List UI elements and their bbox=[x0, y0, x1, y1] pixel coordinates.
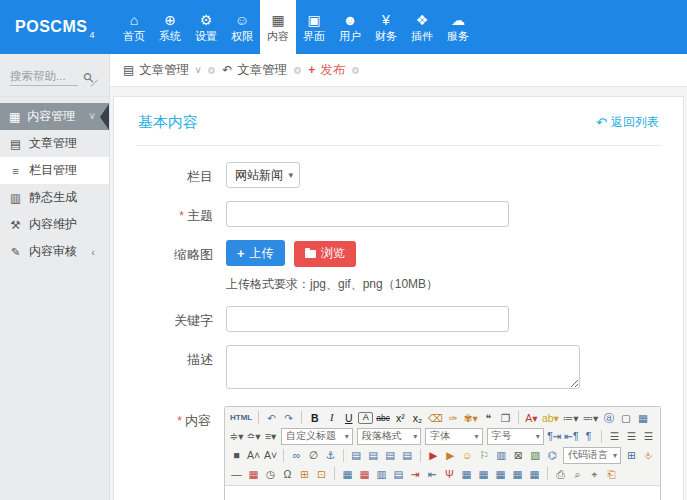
image-align-left-icon[interactable]: ▤ bbox=[349, 447, 364, 463]
direction-ltr-icon[interactable]: ¶⇥ bbox=[547, 428, 562, 444]
ordered-list-icon[interactable]: ≔▾ bbox=[562, 410, 580, 426]
subscript-icon[interactable]: x₂ bbox=[410, 410, 425, 426]
nav-item-interface[interactable]: ▣界面 bbox=[296, 0, 332, 54]
font-border-icon[interactable]: A bbox=[358, 412, 373, 424]
paste-plain-icon[interactable]: ❐ bbox=[498, 410, 513, 426]
insert-html-block-icon[interactable]: ▥ bbox=[494, 447, 509, 463]
paragraph-mark-icon[interactable]: ¶ bbox=[581, 428, 596, 444]
italic-icon[interactable]: I bbox=[324, 410, 339, 426]
insert-col-icon[interactable]: ⇤ bbox=[425, 466, 440, 482]
sidebar-item-content-review[interactable]: ✎内容审核‹ bbox=[0, 238, 109, 265]
delete-row-icon[interactable]: ▦ bbox=[510, 466, 525, 482]
find-replace-icon[interactable]: ⌖ bbox=[587, 466, 602, 482]
breadcrumb-root[interactable]: ▤ 文章管理 ˅ bbox=[123, 62, 201, 79]
nav-item-services[interactable]: ☁服务 bbox=[440, 0, 476, 54]
align-center-icon[interactable]: ☰ bbox=[624, 428, 639, 444]
breadcrumb-dot[interactable] bbox=[352, 67, 359, 74]
paragraph-format-select[interactable]: 段落格式▾ bbox=[357, 428, 422, 445]
insert-time-icon[interactable]: ◷ bbox=[263, 466, 278, 482]
delete-table-icon[interactable]: Ψ bbox=[442, 466, 457, 482]
merge-cells-icon[interactable]: ▤ bbox=[391, 466, 406, 482]
attachment-icon[interactable]: ⊠ bbox=[511, 447, 526, 463]
col-props-icon[interactable]: ▦ bbox=[476, 466, 491, 482]
source-code-icon[interactable]: HTML bbox=[229, 410, 253, 426]
media-icon[interactable]: ▶ bbox=[443, 447, 458, 463]
table-header-icon[interactable]: ▥ bbox=[374, 466, 389, 482]
new-page-icon[interactable]: ▢ bbox=[618, 410, 633, 426]
multi-image-icon[interactable]: ⊞ bbox=[297, 466, 312, 482]
print-icon[interactable]: ⎙ bbox=[553, 466, 568, 482]
justify-full-icon[interactable]: ■ bbox=[229, 447, 244, 463]
preview-icon[interactable]: ⌕ bbox=[570, 466, 585, 482]
emoticons-icon[interactable]: ☺ bbox=[460, 447, 475, 463]
line-height-icon[interactable]: ≏▾ bbox=[246, 428, 261, 444]
description-textarea[interactable] bbox=[226, 345, 580, 389]
table-icon[interactable]: ▦ bbox=[340, 466, 355, 482]
paste-icon[interactable]: ⎗ bbox=[604, 466, 619, 482]
font-color-icon[interactable]: A▾ bbox=[524, 410, 539, 426]
breadcrumb-back-tab[interactable]: ↶ 文章管理 bbox=[222, 62, 287, 79]
special-char-icon[interactable]: Ω bbox=[280, 466, 295, 482]
strikethrough-icon[interactable]: abc bbox=[375, 410, 391, 426]
bold-icon[interactable]: B bbox=[307, 410, 322, 426]
split-cells-icon[interactable]: ▦ bbox=[493, 466, 508, 482]
sidebar-search-input[interactable] bbox=[10, 67, 78, 86]
editor-content-area[interactable] bbox=[225, 486, 660, 500]
unordered-list-icon[interactable]: ≕▾ bbox=[582, 410, 600, 426]
unlink-icon[interactable]: ∅ bbox=[306, 447, 321, 463]
paint-format-icon[interactable]: ✾▾ bbox=[463, 410, 479, 426]
anchor-icon[interactable]: ⚓ bbox=[323, 447, 338, 463]
search-icon[interactable]: ⚲ bbox=[80, 69, 98, 87]
image-block-icon[interactable]: ▤ bbox=[400, 447, 415, 463]
logo[interactable]: POSCMS4 bbox=[0, 0, 110, 54]
image-align-center-icon[interactable]: ▤ bbox=[366, 447, 381, 463]
to-uppercase-icon[interactable]: A˄ bbox=[246, 447, 261, 463]
nav-item-settings[interactable]: ⚙设置 bbox=[188, 0, 224, 54]
category-select[interactable]: 网站新闻 ▾ bbox=[226, 162, 300, 188]
list-style-icon[interactable]: ≡▾ bbox=[263, 428, 278, 444]
format-brush-icon[interactable]: ✑ bbox=[446, 410, 461, 426]
image-icon[interactable]: ▧ bbox=[528, 447, 543, 463]
code-block-icon[interactable]: ⌬ bbox=[545, 447, 560, 463]
subject-input[interactable] bbox=[226, 201, 509, 227]
map-icon[interactable]: ⚐ bbox=[477, 447, 492, 463]
back-to-list-link[interactable]: ↶ 返回列表 bbox=[596, 114, 659, 131]
delete-col-icon[interactable]: ▦ bbox=[527, 466, 542, 482]
font-family-select[interactable]: 字体▾ bbox=[425, 428, 482, 445]
link-icon[interactable]: ∞ bbox=[289, 447, 304, 463]
direction-rtl-icon[interactable]: ⇤¶ bbox=[564, 428, 579, 444]
breadcrumb-dot[interactable] bbox=[294, 67, 301, 74]
word-paste-icon[interactable]: ⎀ bbox=[641, 447, 656, 463]
nav-item-home[interactable]: ⌂首页 bbox=[116, 0, 152, 54]
sidebar-item-category-manage[interactable]: ≡栏目管理 bbox=[0, 157, 109, 184]
nav-item-permissions[interactable]: ☺权限 bbox=[224, 0, 260, 54]
image-editor-icon[interactable]: ⊡ bbox=[314, 466, 329, 482]
custom-title-select[interactable]: 自定义标题▾ bbox=[281, 428, 353, 445]
keywords-input[interactable] bbox=[226, 306, 509, 332]
sidebar-item-article-manage[interactable]: ▤文章管理 bbox=[0, 130, 109, 157]
table-cell-props-icon[interactable]: ▦ bbox=[357, 466, 372, 482]
sidebar-item-content-maintain[interactable]: ⚒内容维护 bbox=[0, 211, 109, 238]
nav-item-plugins[interactable]: ❖插件 bbox=[404, 0, 440, 54]
align-left-icon[interactable]: ☰ bbox=[607, 428, 622, 444]
anchor-a-icon[interactable]: ⓐ bbox=[601, 410, 616, 426]
font-size-select[interactable]: 字号▾ bbox=[487, 428, 544, 445]
blockquote-icon[interactable]: ❝ bbox=[481, 410, 496, 426]
code-language-select[interactable]: 代码语言▾ bbox=[563, 447, 621, 464]
upload-button[interactable]: + 上传 bbox=[226, 240, 285, 266]
breadcrumb-publish-tab[interactable]: + 发布 bbox=[308, 62, 345, 79]
nav-item-users[interactable]: ☻用户 bbox=[332, 0, 368, 54]
row-props-icon[interactable]: ▦ bbox=[459, 466, 474, 482]
breadcrumb-dot[interactable] bbox=[208, 67, 215, 74]
nav-item-system[interactable]: ⊕系统 bbox=[152, 0, 188, 54]
text-indent-icon[interactable]: ≑▾ bbox=[229, 428, 244, 444]
undo-icon[interactable]: ↶ bbox=[264, 410, 279, 426]
underline-icon[interactable]: U bbox=[341, 410, 356, 426]
superscript-icon[interactable]: x² bbox=[393, 410, 408, 426]
browse-button[interactable]: 浏览 bbox=[294, 241, 356, 267]
insert-date-icon[interactable]: ▦ bbox=[246, 466, 261, 482]
sidebar-item-static-generate[interactable]: ▥静态生成 bbox=[0, 184, 109, 211]
insert-row-icon[interactable]: ⇥ bbox=[408, 466, 423, 482]
nav-item-content[interactable]: ▦内容 bbox=[260, 0, 296, 54]
nav-item-finance[interactable]: ¥财务 bbox=[368, 0, 404, 54]
